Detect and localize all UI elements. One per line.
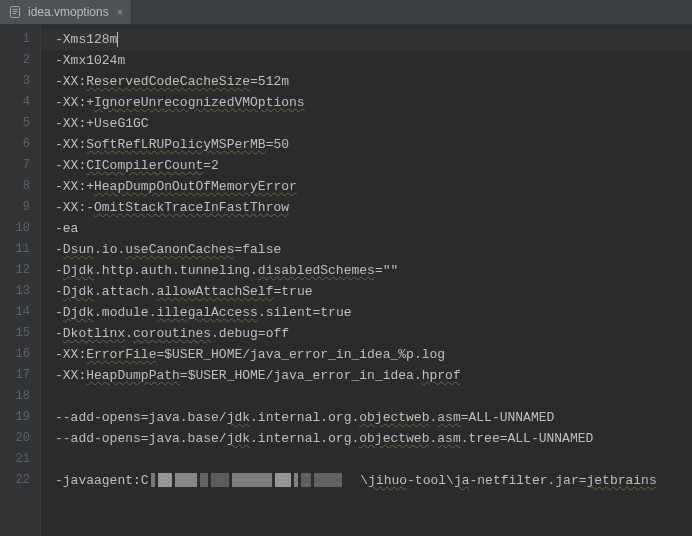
- redacted-block: [175, 473, 197, 487]
- code-line[interactable]: -Dsun.io.useCanonCaches=false: [55, 239, 692, 260]
- code-line[interactable]: -XX:SoftRefLRUPolicyMSPerMB=50: [55, 134, 692, 155]
- line-number: 14: [0, 302, 40, 323]
- line-number: 7: [0, 155, 40, 176]
- tab-bar: idea.vmoptions ×: [0, 0, 692, 25]
- line-number: 2: [0, 50, 40, 71]
- code-line[interactable]: -XX:ErrorFile=$USER_HOME/java_error_in_i…: [55, 344, 692, 365]
- line-number: 13: [0, 281, 40, 302]
- line-number: 22: [0, 470, 40, 491]
- code-line[interactable]: -Djdk.http.auth.tunneling.disabledScheme…: [55, 260, 692, 281]
- code-line[interactable]: -Xms128m: [41, 29, 692, 50]
- code-line[interactable]: --add-opens=java.base/jdk.internal.org.o…: [55, 428, 692, 449]
- code-line[interactable]: -XX:+HeapDumpOnOutOfMemoryError: [55, 176, 692, 197]
- code-line[interactable]: -XX:HeapDumpPath=$USER_HOME/java_error_i…: [55, 365, 692, 386]
- line-number: 15: [0, 323, 40, 344]
- redacted-block: [314, 473, 342, 487]
- line-number: 8: [0, 176, 40, 197]
- redacted-block: [200, 473, 208, 487]
- code-line[interactable]: -XX:CICompilerCount=2: [55, 155, 692, 176]
- line-number: 9: [0, 197, 40, 218]
- code-line[interactable]: [55, 386, 692, 407]
- code-line[interactable]: -XX:+IgnoreUnrecognizedVMOptions: [55, 92, 692, 113]
- code-line[interactable]: --add-opens=java.base/jdk.internal.org.o…: [55, 407, 692, 428]
- code-line[interactable]: -Dkotlinx.coroutines.debug=off: [55, 323, 692, 344]
- redacted-block: [151, 473, 155, 487]
- editor: 12345678910111213141516171819202122 -Xms…: [0, 25, 692, 536]
- line-number: 20: [0, 428, 40, 449]
- line-number: 3: [0, 71, 40, 92]
- redacted-block: [211, 473, 229, 487]
- line-number: 21: [0, 449, 40, 470]
- redacted-block: [301, 473, 311, 487]
- code-line[interactable]: -ea: [55, 218, 692, 239]
- line-number: 10: [0, 218, 40, 239]
- code-line[interactable]: -XX:-OmitStackTraceInFastThrow: [55, 197, 692, 218]
- code-line[interactable]: -Djdk.attach.allowAttachSelf=true: [55, 281, 692, 302]
- code-area[interactable]: -Xms128m-Xmx1024m-XX:ReservedCodeCacheSi…: [41, 25, 692, 536]
- code-line[interactable]: -Djdk.module.illegalAccess.silent=true: [55, 302, 692, 323]
- line-number-gutter: 12345678910111213141516171819202122: [0, 25, 41, 536]
- text-caret: [117, 32, 118, 47]
- code-line[interactable]: [55, 449, 692, 470]
- line-number: 1: [0, 29, 40, 50]
- line-number: 4: [0, 92, 40, 113]
- line-number: 19: [0, 407, 40, 428]
- file-icon: [8, 5, 22, 19]
- line-number: 6: [0, 134, 40, 155]
- code-line[interactable]: -XX:ReservedCodeCacheSize=512m: [55, 71, 692, 92]
- redacted-block: [275, 473, 291, 487]
- code-line[interactable]: -javaagent:C \jihuo-tool\ja-netfilter.ja…: [55, 470, 692, 491]
- line-number: 18: [0, 386, 40, 407]
- code-line[interactable]: -Xmx1024m: [55, 50, 692, 71]
- line-number: 11: [0, 239, 40, 260]
- line-number: 17: [0, 365, 40, 386]
- redacted-block: [294, 473, 298, 487]
- close-icon[interactable]: ×: [115, 6, 125, 18]
- code-line[interactable]: -XX:+UseG1GC: [55, 113, 692, 134]
- editor-tab[interactable]: idea.vmoptions ×: [0, 0, 132, 24]
- line-number: 16: [0, 344, 40, 365]
- line-number: 5: [0, 113, 40, 134]
- line-number: 12: [0, 260, 40, 281]
- redacted-block: [158, 473, 172, 487]
- tab-filename: idea.vmoptions: [28, 5, 109, 19]
- redacted-block: [232, 473, 272, 487]
